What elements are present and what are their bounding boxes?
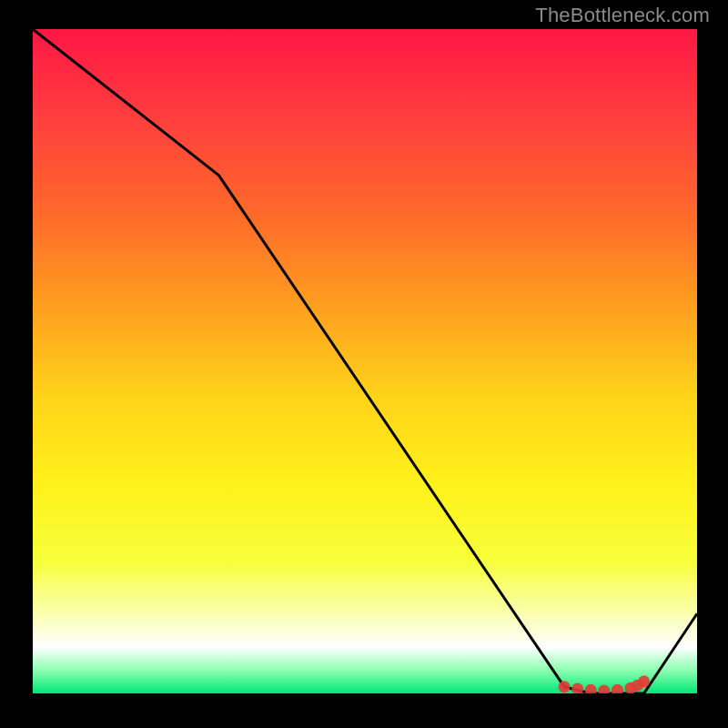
chart-svg <box>33 29 697 693</box>
highlight-marker <box>638 675 650 687</box>
gradient-background <box>33 29 697 693</box>
attribution-label: TheBottleneck.com <box>535 4 710 27</box>
chart-container: TheBottleneck.com <box>0 0 728 728</box>
plot-area <box>33 29 697 693</box>
highlight-marker <box>559 681 571 693</box>
